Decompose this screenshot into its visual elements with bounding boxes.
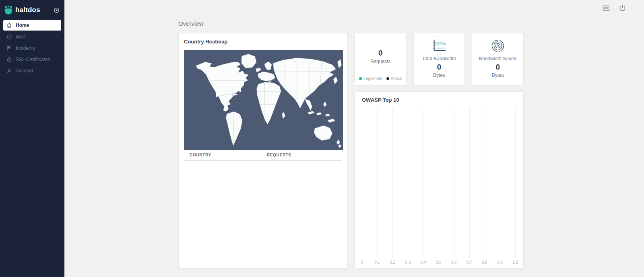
owasp-card-title: OWASP Top 10 — [362, 97, 515, 103]
sidebar-item-label: Incidents — [16, 45, 35, 51]
total-bandwidth-unit: Bytes — [433, 72, 445, 78]
sidebar-item-account[interactable]: Account — [3, 65, 61, 76]
sidebar-item-ssl-certificates[interactable]: SSL Certificates — [3, 54, 61, 65]
topbar — [65, 0, 644, 16]
gridline — [469, 108, 470, 258]
requests-legend: Legitimate Attack — [355, 76, 406, 81]
sidebar-item-home[interactable]: Home — [3, 20, 61, 31]
attack-dot-icon — [386, 77, 389, 80]
requests-label: Requests — [370, 59, 391, 64]
app-title: haltdos — [15, 6, 40, 14]
gridline — [408, 108, 408, 258]
home-icon — [6, 23, 12, 28]
gridline — [515, 108, 516, 258]
sidebar-item-label: Account — [16, 68, 33, 74]
x-tick-label: 0.4 — [420, 260, 426, 265]
x-tick-label: 1.0 — [512, 260, 518, 265]
area-chart-icon — [431, 38, 447, 53]
x-tick-label: 0.3 — [405, 260, 411, 265]
total-bandwidth-label: Total Bandwidth — [422, 56, 456, 62]
sidebar-item-waf[interactable]: WAF › — [3, 31, 61, 42]
sidebar-item-incidents[interactable]: Incidents — [3, 43, 61, 53]
contact-card-icon[interactable] — [602, 4, 610, 12]
legend-item-attack: Attack — [386, 76, 402, 81]
sidebar-item-label: WAF — [16, 34, 26, 40]
radar-icon — [490, 38, 506, 53]
legend-item-legitimate: Legitimate — [359, 76, 382, 81]
bandwidth-saved-label: Bandwidth Saved — [479, 56, 516, 62]
lock-icon — [6, 57, 12, 62]
x-tick-label: 0.9 — [497, 260, 503, 265]
sidebar: haltdos Home — [0, 0, 65, 277]
gridline — [377, 108, 378, 258]
legend-label: Legitimate — [363, 76, 382, 81]
world-map[interactable] — [184, 50, 343, 150]
gridline — [454, 108, 454, 258]
country-table-header: COUNTRY REQUESTS — [184, 150, 342, 161]
shield-check-icon — [6, 34, 12, 40]
main-area: Overview Country Heatmap — [65, 0, 644, 277]
total-bandwidth-stat-card: Total Bandwidth 0 Bytes — [413, 33, 465, 85]
logo-row: haltdos — [0, 0, 64, 16]
sidebar-item-label: SSL Certificates — [16, 57, 50, 62]
user-icon — [6, 68, 12, 74]
gridline — [423, 108, 423, 258]
gridline — [485, 108, 485, 258]
sidebar-nav: Home WAF › Incidents — [0, 20, 64, 76]
legitimate-dot-icon — [359, 77, 362, 80]
bandwidth-saved-value: 0 — [495, 63, 500, 72]
gridline — [362, 108, 362, 258]
sidebar-toggle-icon[interactable] — [54, 7, 60, 13]
content: Overview Country Heatmap — [65, 16, 644, 269]
total-bandwidth-value: 0 — [437, 63, 442, 72]
gridline — [392, 108, 393, 258]
x-tick-label: 0.2 — [390, 260, 395, 265]
sidebar-item-label: Home — [16, 23, 29, 28]
requests-value: 0 — [378, 49, 383, 57]
haltdos-logo-icon — [4, 6, 13, 14]
gridline — [500, 108, 500, 258]
country-heatmap-card: Country Heatmap — [178, 33, 348, 269]
x-tick-label: 0.1 — [374, 260, 380, 265]
legend-label: Attack — [391, 76, 402, 81]
owasp-chart-xaxis: 00.10.20.30.40.50.60.70.80.91.0 — [362, 258, 515, 267]
heatmap-card-title: Country Heatmap — [184, 39, 342, 45]
chevron-right-icon: › — [56, 35, 58, 39]
bandwidth-saved-unit: Bytes — [492, 72, 504, 78]
owasp-top10-card: OWASP Top 10 00.10.20.30.40.50.60.70.80.… — [355, 91, 524, 269]
x-tick-label: 0.5 — [436, 260, 442, 265]
requests-column-header: REQUESTS — [267, 153, 342, 157]
page-title: Overview — [178, 20, 644, 27]
power-icon[interactable] — [619, 4, 626, 12]
requests-stat-card: 0 Requests Legitimate Attack — [355, 33, 407, 85]
flag-icon — [6, 45, 12, 51]
bandwidth-saved-stat-card: Bandwidth Saved 0 Bytes — [472, 33, 524, 85]
x-tick-label: 0.8 — [482, 260, 487, 265]
owasp-chart-plot[interactable] — [362, 108, 515, 258]
x-tick-label: 0.7 — [466, 260, 472, 265]
gridline — [439, 108, 439, 258]
country-column-header: COUNTRY — [190, 153, 267, 157]
x-tick-label: 0 — [361, 260, 363, 265]
x-tick-label: 0.6 — [451, 260, 457, 265]
